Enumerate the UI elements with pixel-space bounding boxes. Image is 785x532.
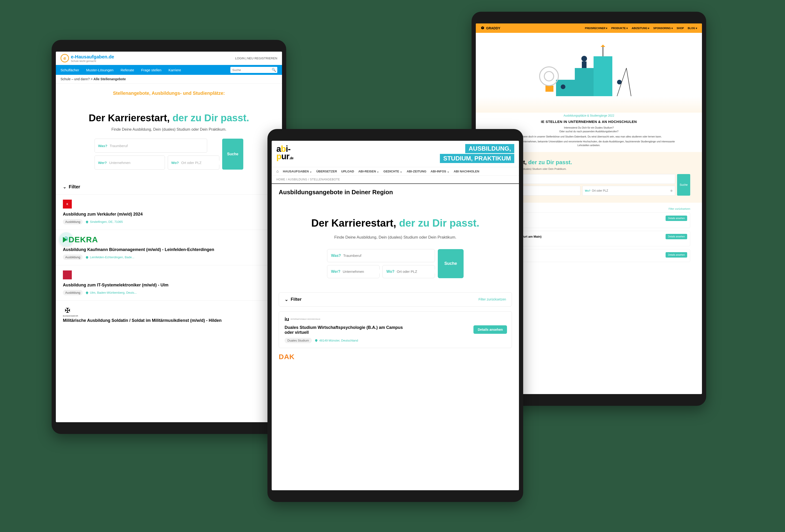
nav-uebersetzer[interactable]: ÜBERSETZER <box>316 170 337 173</box>
nav-upload[interactable]: UPLOAD <box>341 170 354 173</box>
menu-preisrechner[interactable]: PREISRECHNER ▾ <box>585 27 607 30</box>
was-input[interactable] <box>109 144 204 148</box>
filter-label: Filter <box>69 184 80 189</box>
graddy-logo[interactable]: GRADDY <box>480 26 500 30</box>
listing-bundeswehr[interactable]: ✠BUNDESWEHR Militärische Ausbildung Sold… <box>56 301 282 330</box>
eh-auth: LOGIN | NEU REGISTRIEREN <box>235 56 277 60</box>
ap-result-card[interactable]: iuINTERNATIONALE HOCHSCHULE Duales Studi… <box>279 311 512 348</box>
graddy-illustration <box>476 33 702 112</box>
nav-abizeitung[interactable]: ABI-ZEITUNG <box>407 170 426 173</box>
ap-wo-label: Wo? <box>386 270 395 274</box>
abipur-logo[interactable]: abi- pur.de <box>276 144 293 164</box>
graddy-reset-link[interactable]: Filter zurücksetzen <box>668 207 690 210</box>
ap-nav: ⌂ HAUSAUFGABEN ⌄ ÜBERSETZER UPLOAD ABI-R… <box>272 167 519 175</box>
nav-abinachholen[interactable]: ABI NACHHOLEN <box>454 170 479 173</box>
svg-rect-6 <box>582 61 586 68</box>
menu-sponsoring[interactable]: SPONSORING ▾ <box>653 27 673 30</box>
listing-it[interactable]: Ausbildung zum IT-Systemelektroniker (m/… <box>56 265 282 301</box>
nav-karriere[interactable]: Karriere <box>169 68 181 72</box>
menu-abizeitung[interactable]: ABIZEITUNG ▾ <box>632 27 650 30</box>
register-link[interactable]: NEU REGISTRIEREN <box>247 56 277 60</box>
ap-filter-reset[interactable]: Filter zurücksetzen <box>479 298 506 301</box>
graddy-subtitle: Ausbildungsplätze & Studiengänge 2022 <box>476 112 702 119</box>
svg-point-13 <box>544 72 554 81</box>
chevron-down-icon: ⌄ <box>63 184 67 189</box>
graddy-wo-input[interactable] <box>592 189 670 192</box>
ap-header: abi- pur.de AUSBILDUNG, STUDIUM, PRAKTIK… <box>272 141 519 167</box>
ap-filter-label: Filter <box>291 297 302 302</box>
red-logo-icon <box>63 271 72 279</box>
team-illustration-icon <box>533 40 645 105</box>
filter-toggle[interactable]: ⌄ Filter <box>56 179 282 194</box>
nav-abireisen[interactable]: ABI-REISEN ⌄ <box>358 170 379 173</box>
orange-heading: Stellenangebote, Ausbildungs- und Studie… <box>56 83 282 103</box>
eh-logo[interactable]: e e-Hausaufgaben.de Schule leicht gemach… <box>60 54 114 62</box>
ap-was-field[interactable]: Was? <box>327 249 435 262</box>
was-field[interactable]: Was? <box>95 138 207 153</box>
ap-wer-field[interactable]: Wer? <box>327 265 380 278</box>
listing-dekra[interactable]: DEKRA Ausbildung Kaufmann Büromanagement… <box>56 230 282 265</box>
svg-rect-2 <box>556 80 575 96</box>
wo-input[interactable] <box>181 161 226 165</box>
graddy-details-btn[interactable]: Details ansehen <box>665 234 687 239</box>
graddy-details-btn[interactable]: Details ansehen <box>665 216 687 221</box>
ap-wer-label: Wer? <box>331 270 340 274</box>
ap-filter-card[interactable]: ⌄ Filter Filter zurücksetzen <box>279 292 512 307</box>
ap-page-title: Ausbildungsangebote in Deiner Region <box>272 184 519 201</box>
nav-frage[interactable]: Frage stellen <box>141 68 162 72</box>
graddy-wo-field[interactable]: Wo?⊕ <box>582 186 675 196</box>
eh-logo-sub: Schule leicht gemacht <box>71 59 114 62</box>
ap-details-button[interactable]: Details ansehen <box>474 325 507 334</box>
listing-location: Ulm, Baden-Württemberg, Deuts... <box>86 291 136 295</box>
graddy-details-btn[interactable]: Details ansehen <box>665 252 687 257</box>
bundeswehr-logo-icon: ✠ <box>63 306 72 315</box>
home-icon[interactable]: ⌂ <box>276 169 279 173</box>
listing-tag: Ausbildung <box>63 254 82 260</box>
abipur-screen: abi- pur.de AUSBILDUNG, STUDIUM, PRAKTIK… <box>272 141 519 490</box>
was-label: Was? <box>98 144 107 148</box>
wer-input[interactable] <box>109 161 161 165</box>
banner-line-2: STUDIUM, PRAKTIKUM <box>440 154 514 163</box>
nav-muster[interactable]: Muster-Lösungen <box>86 68 113 72</box>
ap-was-input[interactable] <box>343 254 431 257</box>
svg-rect-0 <box>575 68 593 96</box>
listing-tag: Ausbildung <box>63 290 82 295</box>
chevron-down-icon: ⌄ <box>285 297 288 302</box>
wo-field[interactable]: Wo? ⊕ <box>168 155 219 170</box>
eh-nav-search-input[interactable] <box>232 68 272 72</box>
crosshair-icon[interactable]: ⊕ <box>670 189 673 192</box>
crumb-a[interactable]: Schule – und dann? <box>60 77 90 81</box>
nav-schulfaecher[interactable]: Schulfächer <box>60 68 79 72</box>
menu-blog[interactable]: BLOG ▾ <box>688 27 697 30</box>
ap-wo-field[interactable]: Wo? ⊕ <box>382 265 435 278</box>
eh-hero: Der Karrierestart, der zu Dir passt. Fin… <box>56 103 282 179</box>
ap-result-meta: Duales Studium 48149 Münster, Deutschlan… <box>285 338 506 343</box>
ap-search-button[interactable]: Suche <box>438 249 463 278</box>
graddy-header: GRADDY PREISRECHNER ▾ PRODUKTE ▾ ABIZEIT… <box>476 23 702 33</box>
ap-wo-input[interactable] <box>397 270 441 274</box>
nav-referate[interactable]: Referate <box>121 68 134 72</box>
nav-abiinfos[interactable]: ABI-INFOS ⌄ <box>431 170 449 173</box>
svg-point-7 <box>561 84 565 89</box>
ap-hero-sub: Finde Deine Ausbildung, Dein (duales) St… <box>295 235 496 240</box>
menu-shop[interactable]: SHOP <box>677 27 684 30</box>
listing-kaufland[interactable]: K Ausbildung zum Verkäufer (m/w/d) 2024 … <box>56 194 282 230</box>
eh-search-button[interactable]: Suche <box>222 138 243 170</box>
nav-gedichte[interactable]: GEDICHTE ⌄ <box>383 170 402 173</box>
wo-label: Wo? <box>171 161 179 165</box>
tablet-abipur: abi- pur.de AUSBILDUNG, STUDIUM, PRAKTIK… <box>268 129 523 502</box>
login-link[interactable]: LOGIN <box>235 56 245 60</box>
search-icon[interactable]: 🔍 <box>272 68 276 72</box>
svg-line-10 <box>626 68 631 96</box>
nav-hausaufgaben[interactable]: HAUSAUFGABEN ⌄ <box>283 170 312 173</box>
eh-nav-search[interactable]: 🔍 <box>230 67 277 73</box>
graddy-heading: IE STELLEN IN UNTERNEHMEN & AN HOCHSCHUL… <box>476 119 702 126</box>
ap-wer-input[interactable] <box>343 270 387 274</box>
wer-field[interactable]: Wer? <box>95 155 165 170</box>
graddy-search-button[interactable]: Suche <box>677 174 690 196</box>
menu-produkte[interactable]: PRODUKTE ▾ <box>611 27 628 30</box>
graddy-menu: PREISRECHNER ▾ PRODUKTE ▾ ABIZEITUNG ▾ S… <box>585 27 697 30</box>
listing-title: Ausbildung Kaufmann Büromanagement (m/w/… <box>63 247 275 252</box>
ap-filter-toggle[interactable]: ⌄ Filter <box>285 297 302 302</box>
listing-title: Ausbildung zum Verkäufer (m/w/d) 2024 <box>63 212 275 217</box>
